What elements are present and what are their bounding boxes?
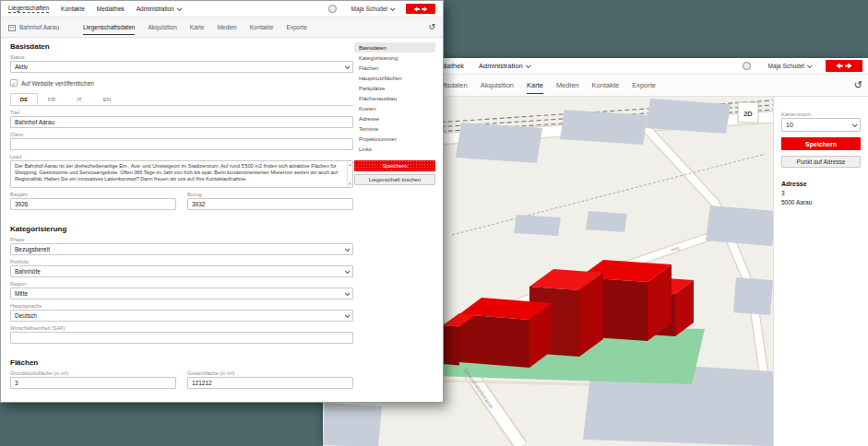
entity-name: Bahnhof Aarau (19, 24, 59, 30)
lead-label: Lead (10, 154, 353, 159)
nav-administration-label: Administration (137, 6, 174, 12)
anchor-basisdaten[interactable]: Basisdaten (354, 42, 435, 53)
anchor-adresse[interactable]: Adresse (354, 113, 435, 123)
portfolio-value: Bahnhöfe (15, 268, 41, 275)
avatar[interactable] (743, 62, 751, 70)
chevron-down-icon (345, 268, 351, 274)
tab-liegenschaftsdaten[interactable]: Liegenschaftsdaten (83, 18, 135, 37)
scrollbar[interactable]: ▲ ▼ (347, 161, 352, 187)
adresse-heading: Adresse (781, 181, 861, 187)
user-menu[interactable]: Maja Schudel (768, 63, 811, 69)
map-2d-toggle[interactable]: 2D (738, 102, 758, 123)
portfolio-select[interactable]: Bahnhöfe (10, 265, 353, 277)
chevron-down-icon (526, 63, 531, 68)
claim-input[interactable] (10, 138, 353, 150)
lead-text: Der Bahnhof Aarau ist der drehscheibenar… (15, 163, 338, 182)
chevron-down-icon (807, 63, 813, 68)
anchor-flaechenausbau[interactable]: Flächenausbau (354, 93, 435, 103)
map-save-button[interactable]: Speichern (781, 137, 861, 150)
region-label: Region (10, 281, 353, 287)
delete-liegenschaft-button[interactable]: Liegenschaft löschen (354, 174, 435, 185)
tab-karte[interactable]: Karte (527, 75, 543, 96)
tab-exporte[interactable]: Exporte (286, 18, 306, 37)
sbb-logo (406, 4, 435, 14)
anchor-termine[interactable]: Termine (354, 123, 435, 134)
status-select[interactable]: Aktiv (10, 61, 353, 73)
basisdaten-heading: Basisdaten (10, 42, 353, 51)
save-button[interactable]: Speichern (354, 160, 435, 171)
phase-value: Bezugsbereit (15, 246, 50, 252)
region-select[interactable]: Mitte (10, 288, 353, 299)
tab-akquisition[interactable]: Akquisition (481, 75, 514, 96)
anchor-kategorisierung[interactable]: Kategorisierung (354, 53, 435, 63)
anchor-projektnummer[interactable]: Projektnummer (354, 134, 435, 144)
tab-kontakte[interactable]: Kontakte (592, 75, 620, 96)
kartenzoom-value: 10 (786, 122, 793, 128)
history-icon[interactable]: ↺ (428, 23, 435, 31)
lang-tab-fr[interactable]: FR (38, 93, 65, 105)
anchor-kosten[interactable]: Kosten (354, 103, 435, 113)
phase-label: Phase (10, 237, 353, 242)
form-tabs: Liegenschaftsdaten Akquisition Karte Med… (83, 18, 307, 37)
titel-label: Titel (10, 110, 353, 115)
tab-akquisition[interactable]: Akquisition (148, 18, 176, 37)
anchor-links[interactable]: Links (354, 144, 435, 154)
nav-kontakte[interactable]: Kontakte (61, 6, 85, 12)
tab-exporte[interactable]: Exporte (632, 75, 656, 96)
map-2d-label: 2D (743, 110, 753, 118)
bezug-input[interactable]: 3932 (187, 198, 353, 210)
kartenzoom-label: Kartenzoom (781, 112, 861, 117)
gesamtflaeche-label: Gesamtfläche (in m²) (187, 370, 353, 376)
point-on-address-button[interactable]: Punkt auf Adresse (781, 156, 861, 168)
status-value: Aktiv (15, 64, 28, 70)
tab-medien[interactable]: Medien (556, 75, 579, 96)
lang-tab-en[interactable]: EN (93, 93, 121, 105)
anchor-nav: Basisdaten Kategorisierung Flächen Haupt… (354, 42, 435, 185)
chevron-down-icon (177, 6, 183, 11)
lang-tab-it[interactable]: IT (65, 93, 93, 105)
baujahr-input[interactable]: 3926 (10, 198, 176, 210)
titel-input[interactable]: Bahnhof Aarau (10, 116, 353, 128)
grundstuecksflaeche-input[interactable]: 3 (10, 377, 176, 389)
chevron-down-icon (345, 64, 351, 69)
nav-mediathek[interactable]: Mediathek (97, 6, 125, 12)
chevron-down-icon (390, 6, 396, 11)
adresse-line1: 3 (781, 190, 861, 196)
tab-medien[interactable]: Medien (217, 18, 236, 37)
history-icon[interactable]: ↺ (854, 80, 862, 90)
main-nav: Liegenschaften Kontakte Mediathek Admini… (1, 1, 443, 17)
scroll-down-icon[interactable]: ▼ (349, 181, 352, 187)
sap-input[interactable] (10, 332, 353, 344)
sbb-arrows-icon (410, 6, 431, 13)
gesamtflaeche-input[interactable]: 121212 (187, 377, 353, 389)
chevron-down-icon (852, 122, 858, 127)
anchor-flaechen[interactable]: Flächen (354, 63, 435, 73)
lead-textarea[interactable]: Der Bahnhof Aarau ist der drehscheibenar… (10, 160, 353, 188)
nav-administration-label: Administration (479, 62, 523, 70)
tab-kontakte[interactable]: Kontakte (250, 18, 274, 37)
hauptsprache-select[interactable]: Deutsch (10, 310, 353, 322)
chevron-down-icon (345, 246, 351, 252)
scroll-up-icon[interactable]: ▲ (349, 161, 352, 168)
language-tabs: DE FR IT EN (10, 93, 353, 106)
avatar[interactable] (328, 5, 337, 13)
nav-liegenschaften[interactable]: Liegenschaften (8, 5, 49, 13)
publish-checkbox[interactable]: ✓ (10, 79, 18, 87)
kartenzoom-select[interactable]: 10 (781, 118, 861, 132)
lang-tab-de[interactable]: DE (10, 93, 38, 105)
liegenschaft-form-window: Liegenschaften Kontakte Mediathek Admini… (0, 0, 444, 403)
phase-select[interactable]: Bezugsbereit (10, 243, 353, 255)
grundstuecksflaeche-label: Grundstücksfläche (in m²) (10, 370, 176, 376)
form-main: Basisdaten Status Aktiv ✓ Auf Website ve… (10, 42, 353, 403)
nav-administration[interactable]: Administration (479, 62, 529, 70)
flaechen-heading: Flächen (10, 358, 353, 367)
nav-administration[interactable]: Administration (137, 6, 181, 12)
map-tabs: Liegenschaftsdaten Akquisition Karte Med… (408, 75, 656, 96)
building-icon (8, 24, 16, 31)
anchor-hauptnutzflaechen[interactable]: Hauptnutzflächen (354, 73, 435, 83)
baujahr-label: Baujahr (10, 192, 176, 197)
user-menu[interactable]: Maja Schudel (351, 6, 394, 12)
tab-karte[interactable]: Karte (190, 18, 205, 37)
anchor-parkplaetze[interactable]: Parkplätze (354, 83, 435, 93)
portfolio-label: Portfolio (10, 259, 353, 264)
